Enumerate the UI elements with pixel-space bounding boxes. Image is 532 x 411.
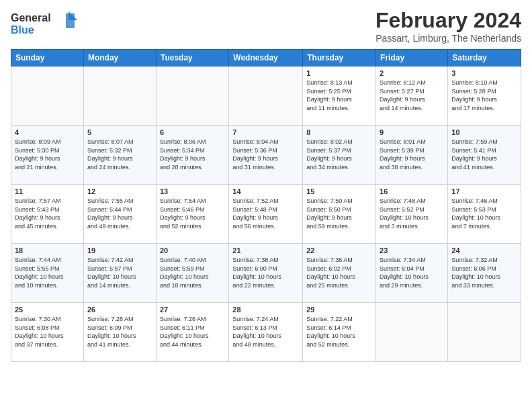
location: Passart, Limburg, The Netherlands	[375, 33, 521, 44]
logo-text: General Blue	[11, 8, 78, 40]
day-info: Sunrise: 7:42 AM Sunset: 5:57 PM Dayligh…	[87, 256, 152, 289]
week-row-4: 25Sunrise: 7:30 AM Sunset: 6:08 PM Dayli…	[11, 303, 521, 362]
day-cell: 2Sunrise: 8:12 AM Sunset: 5:27 PM Daylig…	[376, 66, 448, 126]
day-cell: 6Sunrise: 8:06 AM Sunset: 5:34 PM Daylig…	[156, 126, 228, 185]
day-info: Sunrise: 7:26 AM Sunset: 6:11 PM Dayligh…	[160, 315, 225, 349]
day-cell: 8Sunrise: 8:02 AM Sunset: 5:37 PM Daylig…	[303, 126, 376, 185]
day-number: 2	[380, 69, 444, 77]
day-cell: 14Sunrise: 7:52 AM Sunset: 5:48 PM Dayli…	[229, 185, 303, 244]
day-info: Sunrise: 7:22 AM Sunset: 6:14 PM Dayligh…	[306, 315, 372, 349]
day-number: 11	[15, 187, 80, 195]
day-info: Sunrise: 7:40 AM Sunset: 5:59 PM Dayligh…	[160, 256, 225, 289]
day-number: 24	[451, 246, 517, 255]
day-number: 13	[160, 187, 225, 195]
day-number: 17	[451, 187, 517, 195]
header-cell-thursday: Thursday	[303, 50, 376, 66]
day-cell	[11, 66, 84, 126]
header-cell-tuesday: Tuesday	[156, 50, 228, 66]
day-info: Sunrise: 7:34 AM Sunset: 6:04 PM Dayligh…	[380, 256, 444, 289]
svg-text:General: General	[11, 12, 51, 24]
day-info: Sunrise: 7:24 AM Sunset: 6:13 PM Dayligh…	[232, 315, 299, 349]
day-info: Sunrise: 7:46 AM Sunset: 5:53 PM Dayligh…	[451, 197, 517, 230]
day-info: Sunrise: 8:04 AM Sunset: 5:36 PM Dayligh…	[232, 138, 299, 171]
day-info: Sunrise: 8:13 AM Sunset: 5:25 PM Dayligh…	[306, 79, 372, 112]
day-info: Sunrise: 7:54 AM Sunset: 5:46 PM Dayligh…	[160, 197, 225, 230]
day-cell: 7Sunrise: 8:04 AM Sunset: 5:36 PM Daylig…	[229, 126, 303, 185]
header-cell-wednesday: Wednesday	[229, 50, 303, 66]
header-cell-friday: Friday	[376, 50, 448, 66]
day-info: Sunrise: 7:30 AM Sunset: 6:08 PM Dayligh…	[15, 315, 80, 349]
day-number: 1	[306, 69, 372, 77]
day-info: Sunrise: 7:55 AM Sunset: 5:44 PM Dayligh…	[87, 197, 152, 230]
day-cell: 17Sunrise: 7:46 AM Sunset: 5:53 PM Dayli…	[448, 185, 521, 244]
day-cell: 28Sunrise: 7:24 AM Sunset: 6:13 PM Dayli…	[229, 303, 303, 362]
day-number: 7	[232, 128, 299, 136]
calendar-body: 1Sunrise: 8:13 AM Sunset: 5:25 PM Daylig…	[11, 66, 521, 362]
day-number: 15	[306, 187, 372, 195]
page-header: General Blue February 2024 Passart, Limb…	[0, 0, 532, 49]
calendar-header: SundayMondayTuesdayWednesdayThursdayFrid…	[11, 50, 521, 66]
week-row-1: 4Sunrise: 8:09 AM Sunset: 5:30 PM Daylig…	[11, 126, 521, 185]
day-cell: 15Sunrise: 7:50 AM Sunset: 5:50 PM Dayli…	[303, 185, 376, 244]
day-info: Sunrise: 8:12 AM Sunset: 5:27 PM Dayligh…	[380, 79, 444, 112]
day-info: Sunrise: 8:01 AM Sunset: 5:39 PM Dayligh…	[380, 138, 444, 171]
day-info: Sunrise: 8:02 AM Sunset: 5:37 PM Dayligh…	[306, 138, 372, 171]
week-row-3: 18Sunrise: 7:44 AM Sunset: 5:55 PM Dayli…	[11, 244, 521, 303]
day-cell: 25Sunrise: 7:30 AM Sunset: 6:08 PM Dayli…	[11, 303, 84, 362]
month-title: February 2024	[375, 8, 521, 33]
day-number: 29	[306, 306, 372, 314]
day-number: 23	[380, 246, 444, 255]
day-number: 28	[232, 306, 299, 314]
day-number: 4	[15, 128, 80, 136]
day-info: Sunrise: 7:44 AM Sunset: 5:55 PM Dayligh…	[15, 256, 80, 289]
day-number: 10	[451, 128, 517, 136]
day-cell: 10Sunrise: 7:59 AM Sunset: 5:41 PM Dayli…	[448, 126, 521, 185]
week-row-0: 1Sunrise: 8:13 AM Sunset: 5:25 PM Daylig…	[11, 66, 521, 126]
day-cell: 24Sunrise: 7:32 AM Sunset: 6:06 PM Dayli…	[448, 244, 521, 303]
day-info: Sunrise: 7:59 AM Sunset: 5:41 PM Dayligh…	[451, 138, 517, 171]
title-section: February 2024 Passart, Limburg, The Neth…	[375, 8, 521, 44]
day-cell: 11Sunrise: 7:57 AM Sunset: 5:43 PM Dayli…	[11, 185, 84, 244]
day-cell: 22Sunrise: 7:36 AM Sunset: 6:02 PM Dayli…	[303, 244, 376, 303]
day-cell	[229, 66, 303, 126]
day-cell: 9Sunrise: 8:01 AM Sunset: 5:39 PM Daylig…	[376, 126, 448, 185]
day-info: Sunrise: 7:28 AM Sunset: 6:09 PM Dayligh…	[87, 315, 152, 349]
day-cell: 19Sunrise: 7:42 AM Sunset: 5:57 PM Dayli…	[83, 244, 156, 303]
week-row-2: 11Sunrise: 7:57 AM Sunset: 5:43 PM Dayli…	[11, 185, 521, 244]
day-cell: 18Sunrise: 7:44 AM Sunset: 5:55 PM Dayli…	[11, 244, 84, 303]
day-cell	[448, 303, 521, 362]
calendar-wrapper: SundayMondayTuesdayWednesdayThursdayFrid…	[0, 49, 532, 362]
day-cell: 26Sunrise: 7:28 AM Sunset: 6:09 PM Dayli…	[83, 303, 156, 362]
day-info: Sunrise: 7:38 AM Sunset: 6:00 PM Dayligh…	[232, 256, 299, 289]
day-number: 18	[15, 246, 80, 255]
calendar-table: SundayMondayTuesdayWednesdayThursdayFrid…	[11, 49, 521, 362]
day-info: Sunrise: 7:50 AM Sunset: 5:50 PM Dayligh…	[306, 197, 372, 230]
day-number: 6	[160, 128, 225, 136]
day-info: Sunrise: 8:10 AM Sunset: 5:28 PM Dayligh…	[451, 79, 517, 112]
day-info: Sunrise: 7:32 AM Sunset: 6:06 PM Dayligh…	[451, 256, 517, 289]
day-info: Sunrise: 8:09 AM Sunset: 5:30 PM Dayligh…	[15, 138, 80, 171]
header-cell-sunday: Sunday	[11, 50, 84, 66]
day-number: 12	[87, 187, 152, 195]
day-number: 20	[160, 246, 225, 255]
svg-marker-3	[69, 11, 77, 20]
day-cell: 16Sunrise: 7:48 AM Sunset: 5:52 PM Dayli…	[376, 185, 448, 244]
header-cell-saturday: Saturday	[448, 50, 521, 66]
day-cell: 3Sunrise: 8:10 AM Sunset: 5:28 PM Daylig…	[448, 66, 521, 126]
day-number: 21	[232, 246, 299, 255]
header-cell-monday: Monday	[83, 50, 156, 66]
day-info: Sunrise: 8:06 AM Sunset: 5:34 PM Dayligh…	[160, 138, 225, 171]
day-info: Sunrise: 7:36 AM Sunset: 6:02 PM Dayligh…	[306, 256, 372, 289]
day-info: Sunrise: 8:07 AM Sunset: 5:32 PM Dayligh…	[87, 138, 152, 171]
day-cell	[83, 66, 156, 126]
day-number: 3	[451, 69, 517, 77]
day-cell: 1Sunrise: 8:13 AM Sunset: 5:25 PM Daylig…	[303, 66, 376, 126]
day-cell: 23Sunrise: 7:34 AM Sunset: 6:04 PM Dayli…	[376, 244, 448, 303]
svg-text:Blue: Blue	[11, 24, 34, 36]
header-row: SundayMondayTuesdayWednesdayThursdayFrid…	[11, 50, 521, 66]
day-number: 5	[87, 128, 152, 136]
day-number: 25	[15, 306, 80, 314]
day-cell: 4Sunrise: 8:09 AM Sunset: 5:30 PM Daylig…	[11, 126, 84, 185]
day-info: Sunrise: 7:48 AM Sunset: 5:52 PM Dayligh…	[380, 197, 444, 230]
day-cell: 21Sunrise: 7:38 AM Sunset: 6:00 PM Dayli…	[229, 244, 303, 303]
